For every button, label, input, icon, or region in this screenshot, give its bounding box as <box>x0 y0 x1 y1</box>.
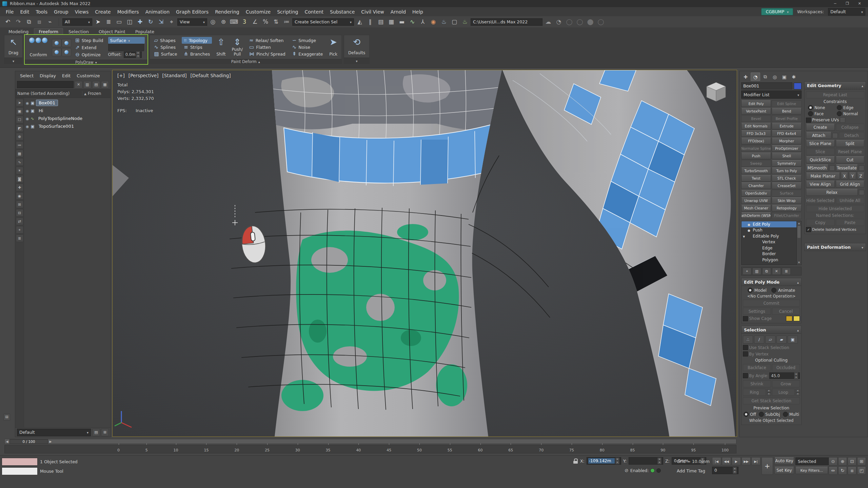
explorer-menu-item[interactable]: Customize <box>74 73 102 79</box>
modifier-enabled-icon[interactable] <box>748 222 751 227</box>
modifier-stack-row[interactable]: Edge <box>742 245 801 251</box>
remove-modifier-icon[interactable]: ✕ <box>772 268 781 275</box>
previous-frame-button[interactable]: ◀◀ <box>722 457 731 465</box>
modifier-list-dropdown[interactable]: Modifier List <box>741 90 802 99</box>
select-and-rotate-icon[interactable]: ↻ <box>145 17 156 27</box>
display-cameras-icon[interactable]: ◙ <box>16 175 23 183</box>
paint-deform-button[interactable]: ∿Splines <box>152 44 179 50</box>
modifier-preset-button[interactable]: FFD 3x3x3 <box>741 130 771 137</box>
explorer-search-input[interactable] <box>17 81 74 88</box>
go-to-end-button[interactable]: ▶| <box>751 457 761 465</box>
zoom-all-icon[interactable]: ⊕ <box>838 457 847 466</box>
explorer-preset-dropdown[interactable]: Default <box>17 429 91 436</box>
attach-button[interactable]: Attach <box>806 132 831 139</box>
defaults-button[interactable]: ⟲ Defaults <box>347 37 367 56</box>
constraint-face-radio[interactable]: Face <box>808 111 833 116</box>
cgbump-menu-button[interactable]: CGBUMP <box>761 8 793 15</box>
conform-brush-option-icon[interactable] <box>52 39 61 47</box>
cut-button[interactable]: Cut <box>836 156 865 163</box>
explorer-settings-icon[interactable]: ≣ <box>16 235 23 242</box>
clear-search-icon[interactable]: ✕ <box>75 81 82 88</box>
use-pivot-point-center-icon[interactable]: ◎ <box>208 17 218 27</box>
x-coordinate-field[interactable] <box>587 457 621 465</box>
pick-button[interactable]: ➤ Pick <box>328 37 339 58</box>
loop-button[interactable]: Loop <box>772 389 795 396</box>
modifier-preset-button[interactable]: Skin Wrap <box>772 197 802 204</box>
view-align-button[interactable]: View Align <box>806 181 835 188</box>
modifier-preset-button[interactable]: Chamfer <box>741 182 771 189</box>
planar-y-button[interactable]: Y <box>849 172 856 180</box>
edit-named-selection-sets-icon[interactable]: ≔ <box>281 17 292 27</box>
pin-explorer-icon[interactable]: ⌖ <box>16 226 23 233</box>
preview-multi-radio[interactable]: Multi <box>783 412 799 417</box>
ring-button[interactable]: Ring <box>743 389 766 396</box>
pin-stack-icon[interactable]: ⌖ <box>743 268 751 275</box>
polydraw-tool-button[interactable]: ⊞ Step Build <box>73 37 105 44</box>
create-button[interactable]: Create <box>806 124 835 131</box>
msmooth-settings-button[interactable] <box>829 165 835 171</box>
sync-selection-icon[interactable]: ⇄ <box>16 218 23 225</box>
new-scene-explorer-icon[interactable]: ⊞ <box>101 429 109 436</box>
reset-plane-button[interactable]: Reset Plane <box>836 148 865 155</box>
expand-icon[interactable] <box>743 234 746 239</box>
explorer-menu-item[interactable]: Select <box>17 73 36 79</box>
go-to-start-button[interactable]: |◀ <box>712 457 721 465</box>
curve-editor-icon[interactable]: ∿ <box>407 17 417 27</box>
paint-deform-button[interactable]: ⇞Exaggerate <box>290 50 325 57</box>
paint-deform-button[interactable]: ⋈Pinch/ Spread <box>247 50 288 57</box>
configure-columns-icon[interactable]: ▥ <box>83 81 91 88</box>
select-by-name-icon[interactable]: ≣ <box>103 17 114 27</box>
modifier-stack-row[interactable]: Vertex <box>742 239 801 245</box>
viewport-canvas[interactable] <box>113 70 737 436</box>
cage-color-swatch[interactable] <box>786 316 792 321</box>
auto-key-button[interactable]: Auto Key <box>774 457 794 465</box>
panel-expand-strip[interactable] <box>344 58 369 64</box>
ribbon-tab[interactable]: Modeling <box>4 28 33 35</box>
modifier-preset-button[interactable]: Retopology <box>772 205 802 211</box>
modifier-preset-button[interactable]: PathDeform (WSM) <box>741 212 771 219</box>
polydraw-drag-button[interactable]: ↖ Drag <box>7 37 20 56</box>
select-object-icon[interactable]: ➤ <box>93 17 103 27</box>
paint-deformation-rollout-header[interactable]: Paint Deformation <box>804 243 866 251</box>
relax-settings-button[interactable] <box>859 190 864 195</box>
modifier-preset-button[interactable]: OpenSubdiv <box>741 190 771 197</box>
hierarchy-tab[interactable]: ⧉ <box>761 73 770 81</box>
polydraw-surface-dropdown[interactable]: Surface <box>108 37 145 44</box>
explorer-menu-item[interactable]: Display <box>37 73 59 79</box>
window-crossing-icon[interactable]: ◫ <box>124 17 135 27</box>
viewport-layout-icon[interactable]: ◰ <box>857 466 866 475</box>
modifier-preset-button[interactable]: Fillet/Chamfer <box>772 212 802 219</box>
percent-snap-icon[interactable]: % <box>260 17 271 27</box>
render-history-icon[interactable]: ◔ <box>554 17 564 27</box>
align-icon[interactable]: ∥ <box>365 17 375 27</box>
backface-culling-button[interactable]: Backface <box>743 364 771 371</box>
slice-plane-button[interactable]: Slice Plane <box>806 140 835 147</box>
paint-deform-button[interactable]: ⋔Branches <box>182 50 212 57</box>
render-in-cloud-icon[interactable]: ☁ <box>543 17 553 27</box>
lock-cell-editing-icon[interactable]: ▤ <box>92 81 100 88</box>
mirror-icon[interactable]: ◭ <box>355 17 365 27</box>
spinner-arrows-icon[interactable] <box>796 389 800 396</box>
occluded-culling-button[interactable]: Occluded <box>772 364 800 371</box>
menu-item[interactable]: Customize <box>243 8 274 15</box>
relax-button[interactable]: Relax <box>806 189 858 196</box>
motion-tab[interactable]: ◎ <box>770 73 779 81</box>
shift-brush-button[interactable]: ⇧ Shift <box>215 37 227 58</box>
unhide-all-button[interactable]: Unhide All <box>836 197 865 204</box>
adaptive-degradation-icon[interactable]: ⊘ <box>625 468 629 473</box>
polydraw-tool-button[interactable]: ⇗ Extend <box>73 44 105 51</box>
modifier-preset-button[interactable]: Morpher <box>772 138 802 144</box>
angle-spinner[interactable]: 45.0 <box>769 372 800 379</box>
object-name-field[interactable] <box>741 82 792 89</box>
expand-all-icon[interactable]: ⊞ <box>16 201 23 208</box>
next-frame-arrow-icon[interactable]: ▶ <box>48 440 53 443</box>
collapse-all-icon[interactable]: ⊟ <box>16 209 23 217</box>
grid-align-button[interactable]: Grid Align <box>836 181 865 188</box>
ribbon-tab[interactable]: Freeform <box>34 28 63 35</box>
name-column-header[interactable]: Name (Sorted Ascending) <box>17 91 82 96</box>
modifier-preset-button[interactable]: STL Check <box>772 175 802 182</box>
make-unique-icon[interactable]: ⧉ <box>762 268 771 275</box>
field-of-view-icon[interactable]: ⊞ <box>857 457 866 466</box>
collapse-button[interactable]: Collapse <box>836 124 865 131</box>
select-and-scale-icon[interactable]: ⇲ <box>156 17 166 27</box>
